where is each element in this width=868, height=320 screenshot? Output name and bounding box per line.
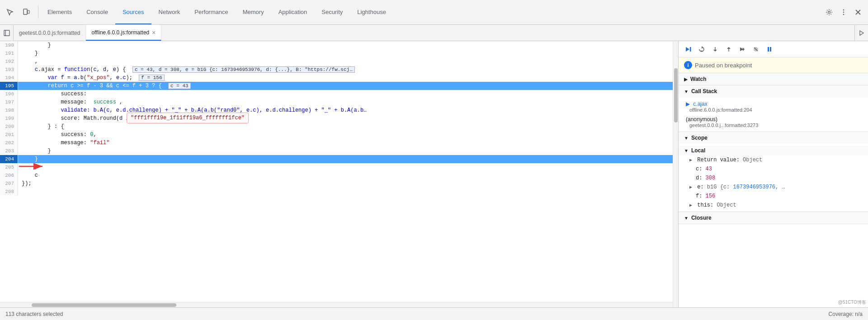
line-num-207: 207: [0, 179, 18, 188]
scope-val-f: 156: [706, 193, 716, 199]
line-num-206: 206: [0, 171, 18, 179]
watch-triangle-icon: ▶: [684, 77, 688, 82]
pause-on-exceptions-btn[interactable]: [764, 43, 775, 55]
svg-point-3: [843, 9, 844, 11]
code-line-190: 190 }: [0, 41, 673, 49]
device-toggle-icon[interactable]: [20, 6, 33, 19]
scope-triangle-icon: ▼: [684, 136, 689, 141]
call-file-anonymous: geetest.0.0.0.j...formatted:3273: [686, 122, 861, 128]
tab-lighthouse[interactable]: Lighthouse: [350, 0, 393, 24]
tab-sources[interactable]: Sources: [115, 0, 151, 24]
scope-content: ▼ Local ▶ Return value: Object c: 43 d: …: [679, 144, 868, 212]
tab-memory[interactable]: Memory: [236, 0, 271, 24]
settings-icon[interactable]: [823, 6, 835, 19]
line-num-191: 191: [0, 49, 18, 57]
code-line-203: 203 }: [0, 147, 673, 155]
svg-rect-25: [768, 47, 769, 52]
code-line-195: 195 return c >= f - 3 && c <= f + 3 ? { …: [0, 82, 673, 90]
callstack-section-header[interactable]: ▼ Call Stack: [679, 85, 868, 97]
scope-expand-e: ▶: [689, 185, 692, 190]
line-content-202: message: "fail": [18, 139, 109, 147]
step-btn[interactable]: [736, 43, 748, 55]
code-vertical-scrollbar-thumb[interactable]: [674, 68, 678, 122]
scope-label: Scope: [691, 135, 708, 141]
local-scope-header[interactable]: ▼ Local: [679, 146, 868, 155]
step-over-btn[interactable]: [696, 43, 708, 55]
status-left: 113 characters selected: [5, 311, 63, 317]
tab-performance[interactable]: Performance: [187, 0, 235, 24]
call-item-cajax[interactable]: ▶ c.ajax offline.6.0.0.js:formatted:204: [679, 99, 868, 114]
tab-console[interactable]: Console: [79, 0, 115, 24]
file-tab-offline[interactable]: offline.6.0.0.js:formatted ×: [86, 25, 161, 41]
scope-val-return: Object: [743, 157, 762, 163]
tab-elements[interactable]: Elements: [40, 0, 79, 24]
close-icon[interactable]: [852, 6, 864, 19]
line-content-194: var f = a.b("x_pos", e.c); f = 156: [18, 74, 165, 82]
call-item-anonymous[interactable]: (anonymous) geetest.0.0.0.j...formatted:…: [679, 114, 868, 130]
main-nav-tabs: Elements Console Sources Network Perform…: [40, 0, 823, 24]
svg-marker-20: [727, 47, 731, 49]
tab-network[interactable]: Network: [151, 0, 188, 24]
breakpoint-message: Paused on breakpoint: [695, 62, 752, 69]
code-line-193: 193 c.ajax = function(c, d, e) { c = 43,…: [0, 66, 673, 74]
step-out-btn[interactable]: [723, 43, 735, 55]
code-horizontal-scrollbar[interactable]: [0, 302, 673, 307]
line-num-192: 192: [0, 57, 18, 66]
svg-marker-15: [702, 46, 703, 49]
scope-val-c: 43: [706, 166, 712, 172]
line-num-204: 204: [0, 155, 18, 163]
svg-marker-18: [713, 50, 717, 52]
callstack-label: Call Stack: [691, 88, 717, 94]
status-right: Coverage: n/a: [829, 311, 863, 317]
inspect-icon[interactable]: [4, 6, 16, 19]
svg-point-4: [843, 12, 844, 13]
more-icon[interactable]: [837, 6, 850, 19]
scope-item-c[interactable]: c: 43: [679, 165, 868, 174]
code-line-192: 192 ,: [0, 57, 673, 66]
scope-section-header[interactable]: ▼ Scope: [679, 132, 868, 144]
scope-item-f[interactable]: f: 156: [679, 192, 868, 201]
code-tooltip: "fff1fff19e_1f11ff19a6_fffffff1fce": [127, 113, 249, 123]
line-num-203: 203: [0, 147, 18, 155]
code-line-205: 205 ,: [0, 163, 673, 171]
closure-section-header[interactable]: ▼ Closure: [679, 212, 868, 224]
step-into-btn[interactable]: [709, 43, 721, 55]
resume-btn[interactable]: [682, 43, 694, 55]
scope-item-return-value[interactable]: ▶ Return value: Object: [679, 155, 868, 165]
file-tab-geetest[interactable]: geetest.0.0.0.js:formatted: [14, 25, 86, 41]
file-tab-geetest-label: geetest.0.0.0.js:formatted: [19, 30, 80, 36]
code-area[interactable]: "fff1fff19e_1f11ff19a6_fffffff1fce" 190 …: [0, 41, 673, 302]
scope-section: ▼ Scope ▼ Local ▶ Return value: Object c…: [679, 132, 868, 212]
line-num-195: 195: [0, 82, 18, 90]
line-content-197: message: success ,: [18, 98, 123, 106]
line-content-190: }: [18, 41, 51, 49]
code-line-207: 207 });: [0, 179, 673, 188]
info-icon: i: [684, 61, 692, 69]
callstack-section: ▼ Call Stack ▶ c.ajax offline.6.0.0.js:f…: [679, 85, 868, 132]
watermark: @51CTO博客: [838, 299, 866, 306]
code-line-200: 200 } : {: [0, 122, 673, 131]
watch-section-header[interactable]: ▶ Watch: [679, 73, 868, 85]
toolbar-left-icons: [4, 6, 38, 19]
scope-item-this[interactable]: ▶ this: Object: [679, 201, 868, 210]
svg-rect-14: [690, 47, 691, 52]
file-tabs-bar: geetest.0.0.0.js:formatted offline.6.0.0…: [0, 25, 868, 41]
sidebar-toggle[interactable]: [0, 25, 14, 41]
tab-application[interactable]: Application: [271, 0, 315, 24]
closure-triangle-icon: ▼: [684, 216, 689, 221]
code-scrollbar-thumb[interactable]: [32, 303, 176, 307]
scope-expand-this: ▶: [689, 203, 692, 208]
line-num-190: 190: [0, 41, 18, 49]
toolbar-right-icons: [823, 6, 864, 19]
scope-item-d[interactable]: d: 308: [679, 174, 868, 183]
deactivate-breakpoints-btn[interactable]: [750, 43, 762, 55]
code-vertical-scrollbar[interactable]: [673, 41, 678, 307]
file-tab-close-icon[interactable]: ×: [152, 29, 156, 36]
run-snippets-btn[interactable]: [854, 25, 868, 41]
callstack-triangle-icon: ▼: [684, 89, 689, 94]
callstack-content: ▶ c.ajax offline.6.0.0.js:formatted:204 …: [679, 97, 868, 132]
line-content-192: ,: [18, 57, 38, 66]
tab-security[interactable]: Security: [314, 0, 350, 24]
svg-rect-16: [701, 51, 703, 52]
scope-item-e[interactable]: ▶ e: b1G {c: 1673946953976, …: [679, 183, 868, 192]
